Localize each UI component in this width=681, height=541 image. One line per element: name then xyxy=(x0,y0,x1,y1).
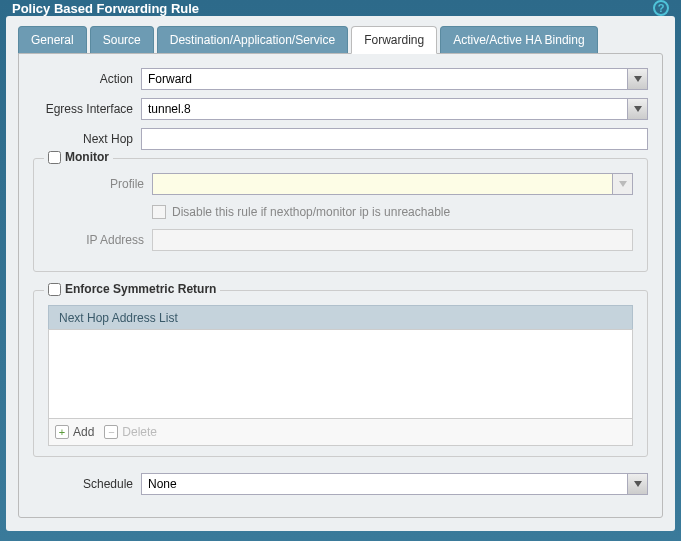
disable-rule-label: Disable this rule if nexthop/monitor ip … xyxy=(172,205,450,219)
tab-ha-binding[interactable]: Active/Active HA Binding xyxy=(440,26,597,54)
chevron-down-icon[interactable] xyxy=(627,99,647,119)
egress-label: Egress Interface xyxy=(33,102,133,116)
minus-icon: − xyxy=(104,425,118,439)
schedule-label: Schedule xyxy=(33,477,133,491)
schedule-select[interactable]: None xyxy=(141,473,648,495)
disable-rule-checkbox[interactable] xyxy=(152,205,166,219)
dialog-title: Policy Based Forwarding Rule xyxy=(12,1,199,16)
profile-select[interactable] xyxy=(152,173,633,195)
nexthop-label: Next Hop xyxy=(33,132,133,146)
tab-source[interactable]: Source xyxy=(90,26,154,54)
egress-select[interactable]: tunnel.8 xyxy=(141,98,648,120)
nexthop-input[interactable] xyxy=(141,128,648,150)
nexthop-list-header: Next Hop Address List xyxy=(48,305,633,329)
plus-icon: + xyxy=(55,425,69,439)
ip-label: IP Address xyxy=(48,233,144,247)
symmetric-return-fieldset: Enforce Symmetric Return Next Hop Addres… xyxy=(33,290,648,457)
chevron-down-icon[interactable] xyxy=(627,474,647,494)
delete-button[interactable]: − Delete xyxy=(104,425,157,439)
nexthop-list-body[interactable] xyxy=(48,329,633,419)
monitor-fieldset: Monitor Profile Disable this rule if nex… xyxy=(33,158,648,272)
symmetric-return-checkbox[interactable] xyxy=(48,283,61,296)
tab-forwarding[interactable]: Forwarding xyxy=(351,26,437,54)
forwarding-pane: Action Forward Egress Interface tunnel.8… xyxy=(18,53,663,518)
symmetric-return-legend: Enforce Symmetric Return xyxy=(65,282,216,296)
profile-label: Profile xyxy=(48,177,144,191)
action-value: Forward xyxy=(148,72,192,86)
add-button[interactable]: + Add xyxy=(55,425,94,439)
delete-label: Delete xyxy=(122,425,157,439)
monitor-checkbox[interactable] xyxy=(48,151,61,164)
list-toolbar: + Add − Delete xyxy=(48,419,633,446)
egress-value: tunnel.8 xyxy=(148,102,191,116)
help-icon[interactable]: ? xyxy=(653,0,669,16)
tab-destination[interactable]: Destination/Application/Service xyxy=(157,26,348,54)
chevron-down-icon xyxy=(612,174,632,194)
add-label: Add xyxy=(73,425,94,439)
ip-input[interactable] xyxy=(152,229,633,251)
action-select[interactable]: Forward xyxy=(141,68,648,90)
chevron-down-icon[interactable] xyxy=(627,69,647,89)
tab-bar: General Source Destination/Application/S… xyxy=(18,26,663,54)
action-label: Action xyxy=(33,72,133,86)
tab-general[interactable]: General xyxy=(18,26,87,54)
schedule-value: None xyxy=(148,477,177,491)
monitor-legend: Monitor xyxy=(65,150,109,164)
